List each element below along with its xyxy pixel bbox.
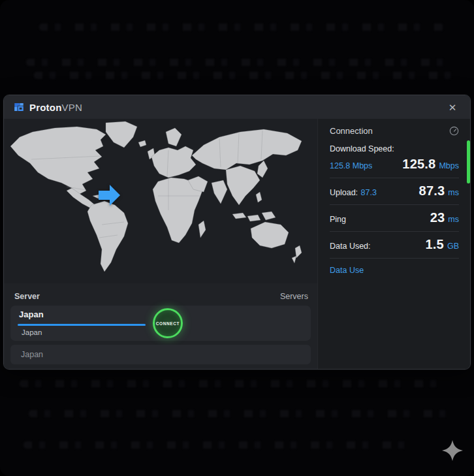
connect-button-label: CONNECT xyxy=(156,321,180,326)
connection-title: Connection xyxy=(330,126,373,136)
app-title-vpn: VPN xyxy=(62,102,82,113)
world-map xyxy=(4,119,317,283)
app-title-proton: Proton xyxy=(29,102,62,113)
window-content: Server Servers Japan Japan CONNECT Japan xyxy=(4,119,470,370)
title-bar: ProtonVPN ✕ xyxy=(4,95,470,119)
upload-inline-value: 87.3 xyxy=(361,188,377,197)
upload-value-group: 87.3ms xyxy=(419,183,459,198)
gauge-info-icon[interactable] xyxy=(449,126,459,136)
download-value: 125.8 xyxy=(402,157,435,171)
app-title: ProtonVPN xyxy=(29,102,82,113)
download-inline-value: 125.8 Mbps xyxy=(330,161,372,170)
background-noise-row xyxy=(34,72,452,79)
download-value-group: 125.8Mbps xyxy=(402,157,459,172)
close-button[interactable]: ✕ xyxy=(445,101,460,115)
server-option-row[interactable]: Japan xyxy=(10,345,311,364)
ping-label: Ping xyxy=(330,215,346,224)
upload-value: 87.3 xyxy=(419,183,445,198)
server-input-underline xyxy=(18,324,146,326)
server-option-label: Japan xyxy=(21,350,43,359)
protonvpn-logo-icon xyxy=(13,101,25,113)
connection-header: Connection xyxy=(330,119,459,136)
protonvpn-window: ProtonVPN ✕ xyxy=(3,95,471,370)
background-noise-row xyxy=(39,24,444,31)
upload-row: Upload: 87.3 87.3ms xyxy=(330,178,459,204)
left-pane: Server Servers Japan Japan CONNECT Japan xyxy=(4,119,317,370)
server-search-input[interactable]: Japan xyxy=(19,309,44,319)
data-used-row: Data Used: 1.5GB xyxy=(330,232,459,258)
server-header: Server Servers xyxy=(4,283,317,301)
ping-row: Ping 23ms xyxy=(330,205,459,231)
background-noise-row xyxy=(24,441,415,449)
server-search-card[interactable]: Japan Japan CONNECT xyxy=(10,306,311,341)
data-used-value: 1.5 xyxy=(426,237,444,251)
server-label: Server xyxy=(14,292,40,301)
ping-unit: ms xyxy=(448,215,459,224)
download-speed-row: 125.8 Mbps 125.8Mbps xyxy=(330,153,459,178)
data-used-unit: GB xyxy=(447,242,459,251)
connection-panel: Connection Download Speed: 125.8 Mbps 12… xyxy=(317,119,470,370)
background-noise-row xyxy=(20,380,450,387)
servers-link[interactable]: Servers xyxy=(280,292,308,301)
server-suggestion-item[interactable]: Japan xyxy=(22,328,42,336)
server-section: Server Servers Japan Japan CONNECT Japan xyxy=(4,283,317,370)
scrollbar-thumb[interactable] xyxy=(467,140,470,183)
ping-value: 23 xyxy=(430,210,445,225)
divider xyxy=(330,258,459,259)
data-use-link[interactable]: Data Use xyxy=(330,266,364,275)
sparkle-icon xyxy=(442,440,463,461)
ping-value-group: 23ms xyxy=(430,210,459,225)
background-noise-row xyxy=(29,410,453,417)
data-used-value-group: 1.5GB xyxy=(426,237,459,252)
screenshot-stage: ProtonVPN ✕ xyxy=(0,0,474,476)
upload-label-group: Upload: 87.3 xyxy=(330,186,377,198)
upload-label: Upload: xyxy=(330,188,358,197)
connect-button[interactable]: CONNECT xyxy=(153,308,183,338)
background-noise-row xyxy=(26,59,457,66)
world-map-svg xyxy=(4,119,317,283)
download-speed-label: Download Speed: xyxy=(330,144,459,153)
download-unit: Mbps xyxy=(439,161,459,170)
data-used-label: Data Used: xyxy=(330,242,371,251)
upload-unit: ms xyxy=(448,188,459,197)
app-brand: ProtonVPN xyxy=(13,101,82,113)
